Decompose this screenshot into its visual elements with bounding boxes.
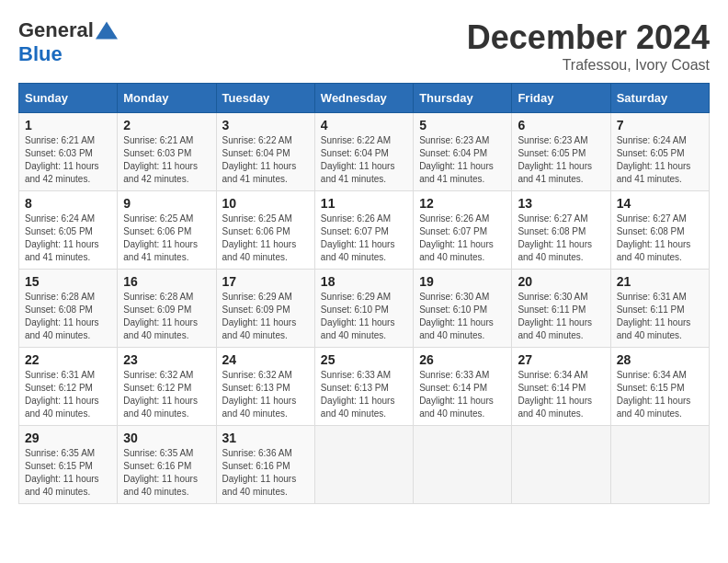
logo-general: General bbox=[18, 18, 94, 42]
day-cell: 24Sunrise: 6:32 AMSunset: 6:13 PMDayligh… bbox=[216, 348, 314, 426]
day-cell bbox=[314, 426, 413, 504]
day-number: 3 bbox=[222, 118, 309, 132]
day-number: 19 bbox=[419, 274, 506, 289]
day-cell: 14Sunrise: 6:27 AMSunset: 6:08 PMDayligh… bbox=[610, 191, 709, 270]
day-number: 10 bbox=[222, 196, 309, 211]
day-info: Sunrise: 6:27 AMSunset: 6:08 PMDaylight:… bbox=[518, 213, 604, 264]
day-number: 8 bbox=[25, 196, 111, 211]
week-row-1: 1Sunrise: 6:21 AMSunset: 6:03 PMDaylight… bbox=[19, 113, 710, 191]
day-number: 6 bbox=[518, 118, 604, 132]
day-info: Sunrise: 6:25 AMSunset: 6:06 PMDaylight:… bbox=[222, 213, 309, 264]
day-number: 15 bbox=[25, 274, 111, 289]
day-cell bbox=[512, 426, 610, 504]
week-row-4: 22Sunrise: 6:31 AMSunset: 6:12 PMDayligh… bbox=[19, 348, 710, 426]
day-number: 5 bbox=[419, 118, 506, 132]
calendar: SundayMondayTuesdayWednesdayThursdayFrid… bbox=[18, 83, 710, 504]
day-info: Sunrise: 6:34 AMSunset: 6:15 PMDaylight:… bbox=[617, 369, 703, 420]
day-number: 16 bbox=[123, 274, 210, 289]
day-info: Sunrise: 6:36 AMSunset: 6:16 PMDaylight:… bbox=[222, 447, 309, 499]
day-cell: 21Sunrise: 6:31 AMSunset: 6:11 PMDayligh… bbox=[610, 270, 709, 348]
day-cell: 26Sunrise: 6:33 AMSunset: 6:14 PMDayligh… bbox=[414, 348, 512, 426]
day-info: Sunrise: 6:26 AMSunset: 6:07 PMDaylight:… bbox=[419, 213, 506, 264]
day-number: 28 bbox=[617, 352, 703, 367]
day-cell: 22Sunrise: 6:31 AMSunset: 6:12 PMDayligh… bbox=[19, 348, 118, 426]
day-cell: 7Sunrise: 6:24 AMSunset: 6:05 PMDaylight… bbox=[610, 113, 709, 191]
day-cell: 25Sunrise: 6:33 AMSunset: 6:13 PMDayligh… bbox=[314, 348, 413, 426]
day-cell: 11Sunrise: 6:26 AMSunset: 6:07 PMDayligh… bbox=[314, 191, 413, 270]
day-cell: 30Sunrise: 6:35 AMSunset: 6:16 PMDayligh… bbox=[118, 426, 216, 504]
day-cell: 12Sunrise: 6:26 AMSunset: 6:07 PMDayligh… bbox=[414, 191, 512, 270]
logo-blue: Blue bbox=[18, 42, 63, 66]
day-info: Sunrise: 6:22 AMSunset: 6:04 PMDaylight:… bbox=[321, 134, 407, 186]
weekday-friday: Friday bbox=[512, 84, 610, 113]
week-row-2: 8Sunrise: 6:24 AMSunset: 6:05 PMDaylight… bbox=[19, 191, 710, 270]
day-info: Sunrise: 6:29 AMSunset: 6:09 PMDaylight:… bbox=[222, 291, 309, 342]
weekday-monday: Monday bbox=[118, 84, 216, 113]
day-info: Sunrise: 6:31 AMSunset: 6:11 PMDaylight:… bbox=[617, 291, 703, 342]
day-cell: 3Sunrise: 6:22 AMSunset: 6:04 PMDaylight… bbox=[216, 113, 314, 191]
day-info: Sunrise: 6:24 AMSunset: 6:05 PMDaylight:… bbox=[25, 213, 111, 264]
day-number: 7 bbox=[617, 118, 703, 132]
day-info: Sunrise: 6:35 AMSunset: 6:16 PMDaylight:… bbox=[123, 447, 210, 499]
day-info: Sunrise: 6:27 AMSunset: 6:08 PMDaylight:… bbox=[617, 213, 703, 264]
week-row-3: 15Sunrise: 6:28 AMSunset: 6:08 PMDayligh… bbox=[19, 270, 710, 348]
day-number: 22 bbox=[25, 352, 111, 367]
day-cell: 29Sunrise: 6:35 AMSunset: 6:15 PMDayligh… bbox=[19, 426, 118, 504]
day-info: Sunrise: 6:25 AMSunset: 6:06 PMDaylight:… bbox=[123, 213, 210, 264]
weekday-saturday: Saturday bbox=[610, 84, 709, 113]
day-cell: 9Sunrise: 6:25 AMSunset: 6:06 PMDaylight… bbox=[118, 191, 216, 270]
day-cell: 10Sunrise: 6:25 AMSunset: 6:06 PMDayligh… bbox=[216, 191, 314, 270]
day-cell: 18Sunrise: 6:29 AMSunset: 6:10 PMDayligh… bbox=[314, 270, 413, 348]
day-info: Sunrise: 6:33 AMSunset: 6:14 PMDaylight:… bbox=[419, 369, 506, 420]
day-info: Sunrise: 6:21 AMSunset: 6:03 PMDaylight:… bbox=[123, 134, 210, 186]
day-cell bbox=[610, 426, 709, 504]
day-number: 20 bbox=[518, 274, 604, 289]
weekday-tuesday: Tuesday bbox=[216, 84, 314, 113]
day-cell: 28Sunrise: 6:34 AMSunset: 6:15 PMDayligh… bbox=[610, 348, 709, 426]
day-info: Sunrise: 6:30 AMSunset: 6:11 PMDaylight:… bbox=[518, 291, 604, 342]
day-cell: 19Sunrise: 6:30 AMSunset: 6:10 PMDayligh… bbox=[414, 270, 512, 348]
day-cell: 31Sunrise: 6:36 AMSunset: 6:16 PMDayligh… bbox=[216, 426, 314, 504]
day-number: 31 bbox=[222, 431, 309, 445]
day-number: 12 bbox=[419, 196, 506, 211]
day-cell: 27Sunrise: 6:34 AMSunset: 6:14 PMDayligh… bbox=[512, 348, 610, 426]
day-number: 14 bbox=[617, 196, 703, 211]
day-info: Sunrise: 6:31 AMSunset: 6:12 PMDaylight:… bbox=[25, 369, 111, 420]
day-info: Sunrise: 6:21 AMSunset: 6:03 PMDaylight:… bbox=[25, 134, 111, 186]
day-number: 26 bbox=[419, 352, 506, 367]
weekday-sunday: Sunday bbox=[19, 84, 118, 113]
day-info: Sunrise: 6:32 AMSunset: 6:12 PMDaylight:… bbox=[123, 369, 210, 420]
title-area: December 2024 Trafessou, Ivory Coast bbox=[467, 18, 710, 74]
day-cell: 20Sunrise: 6:30 AMSunset: 6:11 PMDayligh… bbox=[512, 270, 610, 348]
day-number: 25 bbox=[321, 352, 407, 367]
day-info: Sunrise: 6:28 AMSunset: 6:09 PMDaylight:… bbox=[123, 291, 210, 342]
day-number: 18 bbox=[321, 274, 407, 289]
day-number: 23 bbox=[123, 352, 210, 367]
day-number: 2 bbox=[123, 118, 210, 132]
day-info: Sunrise: 6:29 AMSunset: 6:10 PMDaylight:… bbox=[321, 291, 407, 342]
day-cell bbox=[414, 426, 512, 504]
day-number: 13 bbox=[518, 196, 604, 211]
day-number: 27 bbox=[518, 352, 604, 367]
week-row-5: 29Sunrise: 6:35 AMSunset: 6:15 PMDayligh… bbox=[19, 426, 710, 504]
day-info: Sunrise: 6:23 AMSunset: 6:05 PMDaylight:… bbox=[518, 134, 604, 186]
day-info: Sunrise: 6:23 AMSunset: 6:04 PMDaylight:… bbox=[419, 134, 506, 186]
day-info: Sunrise: 6:34 AMSunset: 6:14 PMDaylight:… bbox=[518, 369, 604, 420]
location-title: Trafessou, Ivory Coast bbox=[467, 57, 710, 74]
day-cell: 8Sunrise: 6:24 AMSunset: 6:05 PMDaylight… bbox=[19, 191, 118, 270]
day-number: 29 bbox=[25, 431, 111, 445]
day-cell: 2Sunrise: 6:21 AMSunset: 6:03 PMDaylight… bbox=[118, 113, 216, 191]
day-cell: 23Sunrise: 6:32 AMSunset: 6:12 PMDayligh… bbox=[118, 348, 216, 426]
day-number: 17 bbox=[222, 274, 309, 289]
day-info: Sunrise: 6:33 AMSunset: 6:13 PMDaylight:… bbox=[321, 369, 407, 420]
day-number: 21 bbox=[617, 274, 703, 289]
day-number: 9 bbox=[123, 196, 210, 211]
day-cell: 13Sunrise: 6:27 AMSunset: 6:08 PMDayligh… bbox=[512, 191, 610, 270]
svg-marker-0 bbox=[96, 21, 118, 39]
day-number: 30 bbox=[123, 431, 210, 445]
header: General Blue December 2024 Trafessou, Iv… bbox=[18, 18, 710, 74]
day-cell: 15Sunrise: 6:28 AMSunset: 6:08 PMDayligh… bbox=[19, 270, 118, 348]
day-number: 4 bbox=[321, 118, 407, 132]
logo-icon bbox=[96, 19, 118, 41]
day-cell: 16Sunrise: 6:28 AMSunset: 6:09 PMDayligh… bbox=[118, 270, 216, 348]
